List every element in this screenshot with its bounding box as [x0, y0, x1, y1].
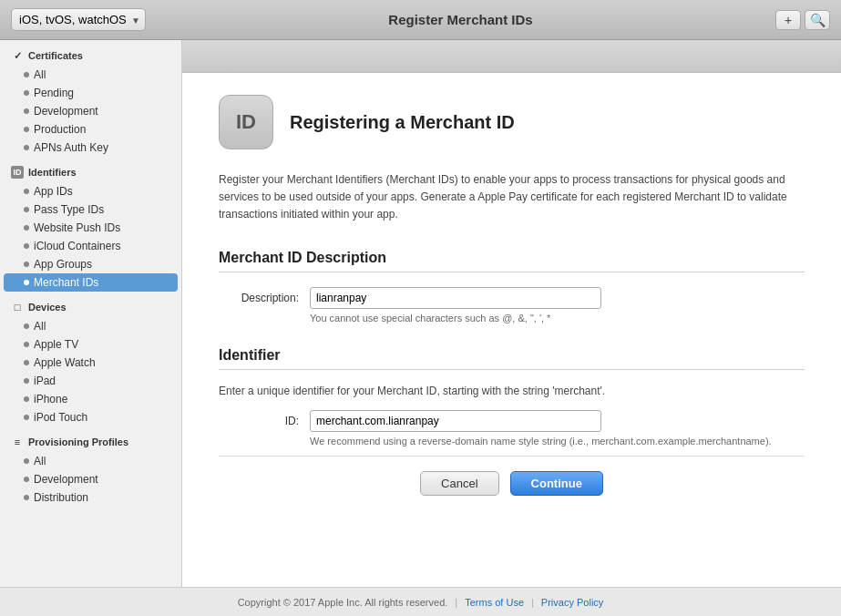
description-hint: You cannot use special characters such a… [310, 312, 805, 325]
dot-icon [24, 323, 29, 329]
bottom-bar: Copyright © 2017 Apple Inc. All rights r… [0, 587, 841, 616]
separator-1: | [455, 597, 457, 608]
cancel-button[interactable]: Cancel [420, 471, 498, 496]
description-input[interactable] [310, 287, 601, 309]
dot-icon [24, 145, 29, 150]
id-hint: We recommend using a reverse-domain name… [310, 435, 805, 448]
content-body: ID Registering a Merchant ID Register yo… [182, 73, 841, 587]
dot-icon [24, 495, 29, 500]
platform-dropdown-wrapper[interactable]: iOS, tvOS, watchOS macOS ▼ [11, 8, 146, 31]
id-label: ID: [219, 410, 310, 427]
sidebar-item-apple-tv[interactable]: Apple TV [0, 335, 181, 354]
sidebar-section-certificates: ✓ Certificates [0, 40, 181, 66]
main-layout: ✓ Certificates All Pending Development P… [0, 40, 841, 587]
sidebar-item-merchant-ids[interactable]: Merchant IDs [4, 273, 178, 292]
sidebar-item-certificates-all[interactable]: All [0, 66, 181, 84]
sidebar-item-iphone[interactable]: iPhone [0, 390, 181, 408]
section-divider-2 [219, 369, 805, 370]
merchant-id-input[interactable] [310, 410, 601, 432]
sidebar-item-website-push-ids[interactable]: Website Push IDs [0, 219, 181, 237]
identifier-section-title: Identifier [219, 347, 805, 364]
id-form-row: ID: We recommend using a reverse-domain … [219, 410, 805, 448]
dot-icon [24, 280, 29, 285]
top-bar: iOS, tvOS, watchOS macOS ▼ Register Merc… [0, 0, 841, 40]
registration-header: ID Registering a Merchant ID [219, 95, 805, 149]
provisioning-icon: ≡ [11, 436, 24, 448]
copyright-text: Copyright © 2017 Apple Inc. All rights r… [238, 597, 448, 608]
dot-icon [24, 262, 29, 267]
sidebar-item-provisioning-all[interactable]: All [0, 452, 181, 470]
sidebar-section-identifiers-label: Identifiers [28, 167, 77, 178]
sidebar-item-app-ids[interactable]: App IDs [0, 182, 181, 200]
privacy-policy-link[interactable]: Privacy Policy [541, 597, 603, 608]
intro-description: Register your Merchant Identifiers (Merc… [219, 171, 805, 224]
content-area: ID Registering a Merchant ID Register yo… [182, 40, 841, 587]
id-input-col: We recommend using a reverse-domain name… [310, 410, 805, 448]
dot-icon [24, 360, 29, 365]
dot-icon [24, 207, 29, 212]
sidebar-item-devices-all[interactable]: All [0, 317, 181, 335]
top-bar-left: iOS, tvOS, watchOS macOS ▼ [11, 8, 146, 31]
add-button[interactable]: + [775, 10, 801, 30]
description-form-row: Description: You cannot use special char… [219, 287, 805, 325]
sidebar-item-icloud-containers[interactable]: iCloud Containers [0, 237, 181, 255]
dot-icon [24, 90, 29, 96]
sidebar-section-certificates-label: Certificates [28, 50, 83, 61]
sidebar-item-apple-watch[interactable]: Apple Watch [0, 354, 181, 372]
sidebar-section-devices-label: Devices [28, 302, 67, 313]
section-divider-1 [219, 272, 805, 272]
registration-title: Registering a Merchant ID [290, 112, 515, 133]
identifier-sub-desc: Enter a unique identifier for your Merch… [219, 385, 805, 397]
description-input-col: You cannot use special characters such a… [310, 287, 805, 325]
dot-icon [24, 378, 29, 384]
sidebar-item-ipod-touch[interactable]: iPod Touch [0, 408, 181, 426]
sidebar-item-ipad[interactable]: iPad [0, 372, 181, 390]
search-button[interactable]: 🔍 [805, 10, 830, 30]
sidebar-section-identifiers: ID Identifiers [0, 157, 181, 182]
dot-icon [24, 72, 29, 77]
dot-icon [24, 243, 29, 249]
sidebar-item-pending[interactable]: Pending [0, 84, 181, 102]
sidebar-item-apns-auth-key[interactable]: APNs Auth Key [0, 139, 181, 157]
sidebar-item-provisioning-distribution[interactable]: Distribution [0, 488, 181, 507]
dot-icon [24, 189, 29, 194]
platform-dropdown[interactable]: iOS, tvOS, watchOS macOS [11, 8, 146, 31]
sidebar-item-app-groups[interactable]: App Groups [0, 255, 181, 273]
content-footer: Cancel Continue [219, 456, 805, 514]
merchant-desc-section-title: Merchant ID Description [219, 250, 805, 266]
separator-2: | [531, 597, 534, 608]
sidebar-section-provisioning: ≡ Provisioning Profiles [0, 426, 181, 452]
content-header-band [182, 40, 841, 73]
sidebar: ✓ Certificates All Pending Development P… [0, 40, 182, 587]
top-bar-actions: + 🔍 [775, 10, 830, 30]
dot-icon [24, 225, 29, 231]
continue-button[interactable]: Continue [510, 471, 603, 496]
devices-icon: □ [11, 301, 24, 313]
dot-icon [24, 458, 29, 464]
sidebar-item-provisioning-development[interactable]: Development [0, 470, 181, 488]
search-icon: 🔍 [810, 13, 826, 27]
dot-icon [24, 396, 29, 402]
identifiers-icon: ID [11, 166, 24, 179]
sidebar-section-provisioning-label: Provisioning Profiles [28, 436, 128, 447]
sidebar-item-pass-type-ids[interactable]: Pass Type IDs [0, 200, 181, 219]
certificate-icon: ✓ [11, 49, 24, 62]
sidebar-item-production[interactable]: Production [0, 120, 181, 139]
sidebar-item-development[interactable]: Development [0, 102, 181, 120]
dot-icon [24, 108, 29, 114]
sidebar-section-devices: □ Devices [0, 292, 181, 317]
description-label: Description: [219, 287, 310, 304]
page-title: Register Merchant IDs [146, 12, 775, 27]
terms-of-use-link[interactable]: Terms of Use [465, 597, 524, 608]
id-icon: ID [219, 95, 273, 149]
dot-icon [24, 342, 29, 347]
dot-icon [24, 477, 29, 482]
dot-icon [24, 415, 29, 420]
dot-icon [24, 127, 29, 132]
